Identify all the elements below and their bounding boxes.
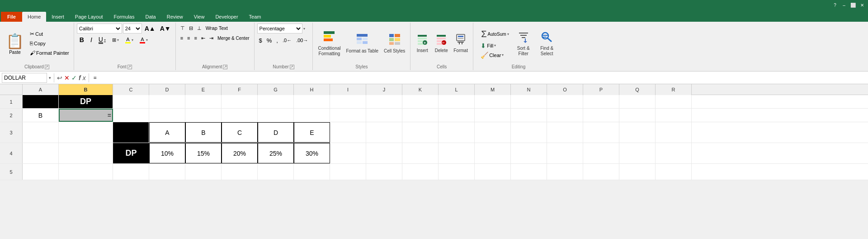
name-box-arrow[interactable]: ▾ — [49, 76, 51, 80]
tab-team[interactable]: Team — [244, 12, 267, 22]
cell-i4[interactable] — [330, 143, 366, 163]
cell-r2[interactable] — [656, 109, 692, 122]
cell-l1[interactable] — [439, 95, 475, 108]
cell-i5[interactable] — [330, 164, 366, 180]
cell-r4[interactable] — [656, 143, 692, 163]
cell-k3[interactable] — [402, 122, 439, 143]
cell-a4[interactable] — [23, 143, 59, 163]
cell-o2[interactable] — [547, 109, 583, 122]
tab-insert[interactable]: Insert — [46, 12, 70, 22]
restore-btn[interactable]: ⬜ — [849, 1, 857, 9]
cell-q4[interactable] — [619, 143, 656, 163]
clear-button[interactable]: 🧹 Clear ▾ — [479, 51, 511, 60]
cell-c2[interactable] — [113, 109, 149, 122]
align-right-btn[interactable]: ≡ — [193, 33, 199, 43]
col-header-l[interactable]: L — [439, 84, 475, 95]
cell-n3[interactable] — [511, 122, 547, 143]
cell-p4[interactable] — [583, 143, 619, 163]
cancel-formula-icon[interactable]: ✕ — [64, 74, 70, 81]
cell-g4[interactable]: 25% — [258, 143, 294, 163]
decrease-font-btn[interactable]: A▼ — [158, 24, 173, 33]
tab-developer[interactable]: Developer — [210, 12, 243, 22]
cell-l5[interactable] — [439, 164, 475, 180]
cell-d3[interactable]: A — [149, 122, 185, 143]
decrease-indent-btn[interactable]: ⇤ — [199, 33, 207, 43]
clipboard-expand[interactable]: ↗ — [45, 65, 49, 69]
cell-f1[interactable] — [222, 95, 258, 108]
tab-home[interactable]: Home — [22, 12, 46, 22]
cell-h4[interactable]: 30% — [294, 143, 330, 163]
cell-a5[interactable] — [23, 164, 59, 180]
tab-formulas[interactable]: Formulas — [108, 12, 140, 22]
cell-k2[interactable] — [402, 109, 439, 122]
number-expand[interactable]: ↗ — [290, 65, 294, 69]
cell-n1[interactable] — [511, 95, 547, 108]
cell-g2[interactable] — [258, 109, 294, 122]
cell-p1[interactable] — [583, 95, 619, 108]
row-header-1[interactable]: 1 — [0, 95, 23, 108]
cell-i3[interactable] — [330, 122, 366, 143]
font-color-button[interactable]: A ▾ — [137, 35, 151, 44]
cell-q1[interactable] — [619, 95, 656, 108]
cell-f3[interactable]: C — [222, 122, 258, 143]
cell-n4[interactable] — [511, 143, 547, 163]
col-header-h[interactable]: H — [294, 84, 330, 95]
font-size-select[interactable]: 24 — [123, 24, 142, 33]
cell-i2[interactable] — [330, 109, 366, 122]
cell-l3[interactable] — [439, 122, 475, 143]
cell-f5[interactable] — [222, 164, 258, 180]
col-header-f[interactable]: F — [222, 84, 258, 95]
row-header-4[interactable]: 4 — [0, 143, 23, 163]
cell-p2[interactable] — [583, 109, 619, 122]
paste-button[interactable]: 📋 Paste — [3, 31, 27, 56]
cell-o3[interactable] — [547, 122, 583, 143]
row-header-5[interactable]: 5 — [0, 164, 23, 180]
cell-r3[interactable] — [656, 122, 692, 143]
close-btn[interactable]: ✕ — [858, 1, 866, 9]
increase-font-btn[interactable]: A▲ — [143, 24, 157, 33]
col-header-r[interactable]: R — [656, 84, 692, 95]
cell-j4[interactable] — [366, 143, 402, 163]
find-select-button[interactable]: Find &Select — [536, 29, 558, 58]
format-painter-button[interactable]: 🖌 Format Painter — [28, 48, 71, 57]
cell-a3[interactable] — [23, 122, 59, 143]
cell-g3[interactable]: D — [258, 122, 294, 143]
cell-b4[interactable] — [59, 143, 113, 163]
cell-h1[interactable] — [294, 95, 330, 108]
cell-j2[interactable] — [366, 109, 402, 122]
col-header-o[interactable]: O — [547, 84, 583, 95]
cell-j1[interactable] — [366, 95, 402, 108]
col-header-k[interactable]: K — [402, 84, 439, 95]
percent-btn[interactable]: % — [265, 36, 274, 45]
format-button[interactable]: Format — [451, 32, 470, 55]
copy-button[interactable]: ⎘ Copy — [28, 39, 71, 48]
cell-a1[interactable] — [23, 95, 59, 108]
align-bottom-btn[interactable]: ⊥ — [195, 24, 203, 33]
border-button[interactable]: ⊞ ▾ — [109, 35, 122, 44]
insert-button[interactable]: + Insert — [413, 32, 431, 55]
tab-data[interactable]: Data — [140, 12, 161, 22]
insert-function-icon[interactable]: f — [79, 74, 81, 81]
font-expand[interactable]: ↗ — [127, 65, 132, 69]
cell-g5[interactable] — [258, 164, 294, 180]
undo-formula-icon[interactable]: ↩ — [57, 74, 62, 81]
cell-i1[interactable] — [330, 95, 366, 108]
cell-n5[interactable] — [511, 164, 547, 180]
name-box[interactable] — [2, 73, 47, 83]
cell-m5[interactable] — [475, 164, 511, 180]
cell-q2[interactable] — [619, 109, 656, 122]
cell-f4[interactable]: 20% — [222, 143, 258, 163]
tab-file[interactable]: File — [1, 12, 22, 22]
cell-b5[interactable] — [59, 164, 113, 180]
cell-o4[interactable] — [547, 143, 583, 163]
align-center-btn[interactable]: ≡ — [185, 33, 192, 43]
confirm-formula-icon[interactable]: ✓ — [71, 74, 77, 81]
col-header-g[interactable]: G — [258, 84, 294, 95]
cell-p3[interactable] — [583, 122, 619, 143]
col-header-j[interactable]: J — [366, 84, 402, 95]
col-header-n[interactable]: N — [511, 84, 547, 95]
cell-h3[interactable]: E — [294, 122, 330, 143]
col-header-b[interactable]: B — [59, 84, 113, 95]
col-header-p[interactable]: P — [583, 84, 619, 95]
number-format-select[interactable]: Percentage — [257, 24, 302, 33]
